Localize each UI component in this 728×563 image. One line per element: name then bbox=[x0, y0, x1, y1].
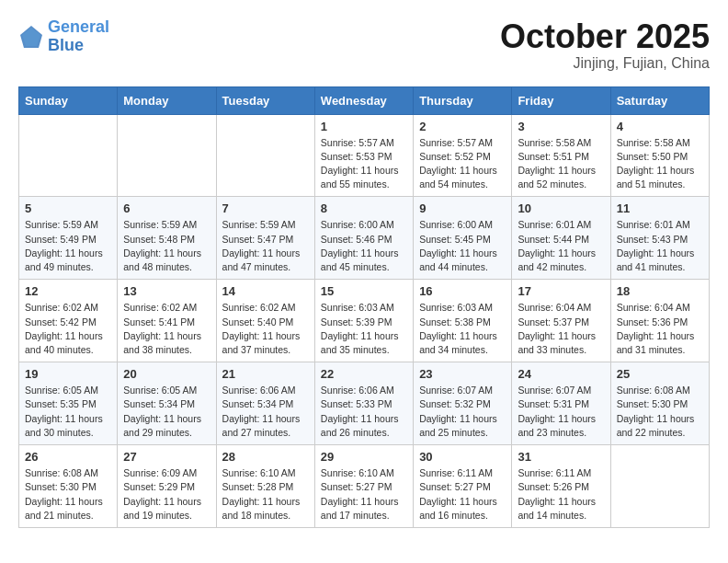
day-info: Sunrise: 6:10 AM Sunset: 5:27 PM Dayligh… bbox=[321, 466, 407, 523]
day-info: Sunrise: 6:08 AM Sunset: 5:30 PM Dayligh… bbox=[25, 466, 111, 523]
weekday-header: Wednesday bbox=[314, 86, 413, 114]
day-info: Sunrise: 6:04 AM Sunset: 5:37 PM Dayligh… bbox=[518, 301, 604, 357]
calendar-cell: 8Sunrise: 6:00 AM Sunset: 5:46 PM Daylig… bbox=[314, 197, 413, 280]
day-info: Sunrise: 6:10 AM Sunset: 5:28 PM Dayligh… bbox=[222, 466, 309, 523]
day-info: Sunrise: 6:00 AM Sunset: 5:46 PM Dayligh… bbox=[321, 218, 407, 274]
weekday-header-row: SundayMondayTuesdayWednesdayThursdayFrid… bbox=[19, 86, 710, 114]
day-number: 24 bbox=[518, 367, 604, 381]
month-title: October 2025 bbox=[500, 18, 710, 55]
weekday-header: Monday bbox=[118, 86, 216, 114]
day-number: 14 bbox=[222, 284, 309, 298]
day-info: Sunrise: 6:02 AM Sunset: 5:41 PM Dayligh… bbox=[123, 301, 210, 357]
calendar-cell bbox=[216, 114, 314, 197]
calendar-cell: 15Sunrise: 6:03 AM Sunset: 5:39 PM Dayli… bbox=[314, 280, 413, 362]
day-info: Sunrise: 6:11 AM Sunset: 5:27 PM Dayligh… bbox=[419, 466, 506, 523]
calendar-cell: 13Sunrise: 6:02 AM Sunset: 5:41 PM Dayli… bbox=[118, 280, 216, 362]
weekday-header: Saturday bbox=[610, 86, 709, 114]
day-number: 15 bbox=[321, 284, 407, 298]
page-header: General Blue October 2025 Jinjing, Fujia… bbox=[18, 18, 710, 72]
day-number: 6 bbox=[123, 201, 210, 215]
logo: General Blue bbox=[18, 18, 109, 55]
calendar-week-row: 5Sunrise: 5:59 AM Sunset: 5:49 PM Daylig… bbox=[19, 197, 710, 280]
day-number: 4 bbox=[617, 120, 703, 133]
calendar-body: 1Sunrise: 5:57 AM Sunset: 5:53 PM Daylig… bbox=[19, 114, 710, 527]
day-info: Sunrise: 6:02 AM Sunset: 5:40 PM Dayligh… bbox=[222, 301, 309, 357]
day-number: 27 bbox=[123, 450, 210, 464]
day-number: 13 bbox=[123, 284, 210, 298]
day-info: Sunrise: 6:11 AM Sunset: 5:26 PM Dayligh… bbox=[518, 466, 604, 523]
title-block: October 2025 Jinjing, Fujian, China bbox=[500, 18, 710, 72]
calendar-cell: 30Sunrise: 6:11 AM Sunset: 5:27 PM Dayli… bbox=[414, 445, 512, 528]
day-number: 21 bbox=[222, 367, 309, 381]
day-number: 10 bbox=[518, 201, 604, 215]
day-number: 30 bbox=[419, 450, 506, 464]
calendar-week-row: 1Sunrise: 5:57 AM Sunset: 5:53 PM Daylig… bbox=[19, 114, 710, 197]
day-info: Sunrise: 5:57 AM Sunset: 5:53 PM Dayligh… bbox=[321, 136, 407, 192]
calendar-cell: 10Sunrise: 6:01 AM Sunset: 5:44 PM Dayli… bbox=[512, 197, 610, 280]
calendar-cell: 29Sunrise: 6:10 AM Sunset: 5:27 PM Dayli… bbox=[314, 445, 413, 528]
day-info: Sunrise: 5:58 AM Sunset: 5:51 PM Dayligh… bbox=[518, 136, 604, 192]
day-number: 20 bbox=[123, 367, 210, 381]
calendar-cell: 28Sunrise: 6:10 AM Sunset: 5:28 PM Dayli… bbox=[216, 445, 314, 528]
calendar-cell: 21Sunrise: 6:06 AM Sunset: 5:34 PM Dayli… bbox=[216, 362, 314, 445]
calendar-cell: 14Sunrise: 6:02 AM Sunset: 5:40 PM Dayli… bbox=[216, 280, 314, 362]
calendar-week-row: 12Sunrise: 6:02 AM Sunset: 5:42 PM Dayli… bbox=[19, 280, 710, 362]
calendar-cell: 12Sunrise: 6:02 AM Sunset: 5:42 PM Dayli… bbox=[19, 280, 118, 362]
day-info: Sunrise: 6:08 AM Sunset: 5:30 PM Dayligh… bbox=[617, 384, 703, 440]
day-number: 5 bbox=[25, 201, 111, 215]
day-info: Sunrise: 5:59 AM Sunset: 5:47 PM Dayligh… bbox=[222, 218, 309, 274]
day-info: Sunrise: 5:59 AM Sunset: 5:49 PM Dayligh… bbox=[25, 218, 111, 274]
calendar-cell: 17Sunrise: 6:04 AM Sunset: 5:37 PM Dayli… bbox=[512, 280, 610, 362]
calendar-cell bbox=[610, 445, 709, 528]
day-info: Sunrise: 6:01 AM Sunset: 5:44 PM Dayligh… bbox=[518, 218, 604, 274]
day-number: 16 bbox=[419, 284, 506, 298]
weekday-header: Thursday bbox=[414, 86, 512, 114]
day-info: Sunrise: 6:00 AM Sunset: 5:45 PM Dayligh… bbox=[419, 218, 506, 274]
calendar-cell: 20Sunrise: 6:05 AM Sunset: 5:34 PM Dayli… bbox=[118, 362, 216, 445]
day-info: Sunrise: 6:07 AM Sunset: 5:31 PM Dayligh… bbox=[518, 384, 604, 440]
day-number: 17 bbox=[518, 284, 604, 298]
calendar-table: SundayMondayTuesdayWednesdayThursdayFrid… bbox=[18, 86, 710, 528]
weekday-header: Friday bbox=[512, 86, 610, 114]
svg-marker-1 bbox=[22, 28, 40, 46]
calendar-cell: 3Sunrise: 5:58 AM Sunset: 5:51 PM Daylig… bbox=[512, 114, 610, 197]
day-number: 2 bbox=[419, 120, 506, 133]
logo-icon bbox=[18, 24, 44, 50]
day-number: 1 bbox=[321, 120, 407, 133]
calendar-cell: 25Sunrise: 6:08 AM Sunset: 5:30 PM Dayli… bbox=[610, 362, 709, 445]
day-info: Sunrise: 6:04 AM Sunset: 5:36 PM Dayligh… bbox=[617, 301, 703, 357]
day-info: Sunrise: 6:03 AM Sunset: 5:38 PM Dayligh… bbox=[419, 301, 506, 357]
day-number: 8 bbox=[321, 201, 407, 215]
logo-text: General Blue bbox=[48, 18, 109, 55]
day-number: 22 bbox=[321, 367, 407, 381]
day-number: 9 bbox=[419, 201, 506, 215]
calendar-cell: 16Sunrise: 6:03 AM Sunset: 5:38 PM Dayli… bbox=[414, 280, 512, 362]
calendar-cell: 1Sunrise: 5:57 AM Sunset: 5:53 PM Daylig… bbox=[314, 114, 413, 197]
day-number: 19 bbox=[25, 367, 111, 381]
calendar-cell: 11Sunrise: 6:01 AM Sunset: 5:43 PM Dayli… bbox=[610, 197, 709, 280]
day-info: Sunrise: 6:03 AM Sunset: 5:39 PM Dayligh… bbox=[321, 301, 407, 357]
day-info: Sunrise: 5:58 AM Sunset: 5:50 PM Dayligh… bbox=[617, 136, 703, 192]
day-number: 23 bbox=[419, 367, 506, 381]
day-number: 12 bbox=[25, 284, 111, 298]
calendar-cell: 27Sunrise: 6:09 AM Sunset: 5:29 PM Dayli… bbox=[118, 445, 216, 528]
day-number: 25 bbox=[617, 367, 703, 381]
calendar-week-row: 19Sunrise: 6:05 AM Sunset: 5:35 PM Dayli… bbox=[19, 362, 710, 445]
location: Jinjing, Fujian, China bbox=[500, 55, 710, 72]
day-number: 28 bbox=[222, 450, 309, 464]
calendar-cell: 5Sunrise: 5:59 AM Sunset: 5:49 PM Daylig… bbox=[19, 197, 118, 280]
calendar-cell: 9Sunrise: 6:00 AM Sunset: 5:45 PM Daylig… bbox=[414, 197, 512, 280]
weekday-header: Tuesday bbox=[216, 86, 314, 114]
day-number: 29 bbox=[321, 450, 407, 464]
calendar-cell: 19Sunrise: 6:05 AM Sunset: 5:35 PM Dayli… bbox=[19, 362, 118, 445]
calendar-cell: 2Sunrise: 5:57 AM Sunset: 5:52 PM Daylig… bbox=[414, 114, 512, 197]
day-number: 31 bbox=[518, 450, 604, 464]
day-info: Sunrise: 6:07 AM Sunset: 5:32 PM Dayligh… bbox=[419, 384, 506, 440]
day-info: Sunrise: 6:01 AM Sunset: 5:43 PM Dayligh… bbox=[617, 218, 703, 274]
calendar-cell: 4Sunrise: 5:58 AM Sunset: 5:50 PM Daylig… bbox=[610, 114, 709, 197]
calendar-cell bbox=[19, 114, 118, 197]
day-info: Sunrise: 5:59 AM Sunset: 5:48 PM Dayligh… bbox=[123, 218, 210, 274]
day-info: Sunrise: 6:09 AM Sunset: 5:29 PM Dayligh… bbox=[123, 466, 210, 523]
calendar-cell: 23Sunrise: 6:07 AM Sunset: 5:32 PM Dayli… bbox=[414, 362, 512, 445]
day-info: Sunrise: 6:05 AM Sunset: 5:34 PM Dayligh… bbox=[123, 384, 210, 440]
